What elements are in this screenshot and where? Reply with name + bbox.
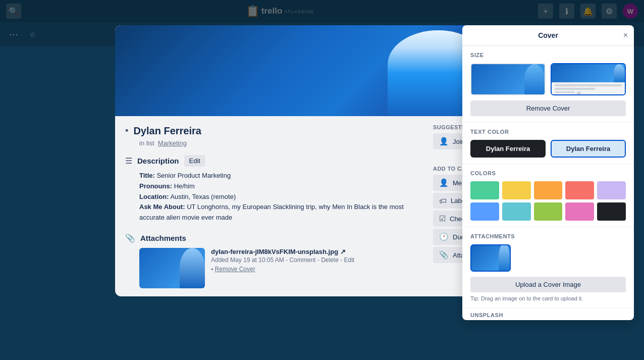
preview-dot xyxy=(577,91,581,95)
card-list-ref: in list Marketing xyxy=(139,139,425,147)
join-icon: 👤 xyxy=(439,137,449,146)
text-color-dark-option[interactable]: Dylan Ferreira xyxy=(470,140,546,158)
color-swatch-2[interactable] xyxy=(534,181,563,199)
preview-line-3 xyxy=(555,84,622,86)
preview-line-4 xyxy=(555,88,595,90)
attachment-thumbnail[interactable] xyxy=(139,248,205,288)
cover-close-button[interactable]: × xyxy=(623,31,628,40)
edit-button[interactable]: Edit xyxy=(184,155,205,167)
description-icon: ☰ xyxy=(125,156,132,166)
color-swatch-1[interactable] xyxy=(502,181,531,199)
attachment-item: dylan-ferreira-jIM8kVsFKIM-unsplash.jpg … xyxy=(139,248,425,288)
color-swatch-8[interactable] xyxy=(565,202,594,221)
pronouns-value: He/him xyxy=(174,182,195,190)
attachments-header: 📎 Attachments xyxy=(125,233,425,243)
cover-panel-header: Cover × xyxy=(462,25,634,46)
cover-attachment-thumbs xyxy=(470,244,626,272)
external-link-icon: ↗ xyxy=(340,248,346,255)
tip-text: Tip: Drag an image on to the card to upl… xyxy=(470,295,626,301)
cover-attachments-label: ATTACHMENTS xyxy=(470,233,626,239)
text-color-label: TEXT COLOR xyxy=(470,129,626,135)
color-swatch-9[interactable] xyxy=(597,202,626,221)
attachment-btn-icon: 📎 xyxy=(439,250,449,260)
text-color-options: Dylan Ferreira Dylan Ferreira xyxy=(470,140,626,158)
checklist-icon: ☑ xyxy=(439,214,446,223)
size-section: SIZE xyxy=(462,46,634,123)
attachments-section: 📎 Attachments dylan-ferreira-jIM8kVsFKIM… xyxy=(125,233,425,288)
size-header-person xyxy=(614,64,625,82)
upload-cover-button[interactable]: Upload a Cover Image xyxy=(470,277,626,292)
size-full-preview xyxy=(471,64,545,94)
card-main: ▪ Dylan Ferreira in list Marketing ☰ Des… xyxy=(125,124,425,288)
description-content: Title: Senior Product Marketing Pronouns… xyxy=(139,171,425,223)
colors-section: COLORS xyxy=(462,164,634,227)
title-label: Title: xyxy=(139,172,155,179)
size-header-preview xyxy=(552,64,625,82)
attachment-info: dylan-ferreira-jIM8kVsFKIM-unsplash.jpg … xyxy=(211,248,425,273)
attachment-actions: ▪ Remove Cover xyxy=(211,266,425,273)
text-color-light-option[interactable]: Dylan Ferreira xyxy=(551,140,626,158)
cover-panel-title: Cover xyxy=(538,31,558,39)
card-title: Dylan Ferreira xyxy=(133,124,201,137)
description-title: Description xyxy=(137,157,179,165)
location-value: Austin, Texas (remote) xyxy=(170,193,236,200)
description-header: ☰ Description Edit xyxy=(125,155,425,167)
attachment-filename: dylan-ferreira-jIM8kVsFKIM-unsplash.jpg … xyxy=(211,248,425,255)
due-date-icon: 🕐 xyxy=(439,232,449,241)
edit-link[interactable]: Edit xyxy=(344,256,354,264)
remove-cover-icon: ▪ xyxy=(211,266,213,273)
color-swatch-4[interactable] xyxy=(597,181,626,199)
size-header-option[interactable] xyxy=(551,63,626,95)
comment-link[interactable]: Comment xyxy=(289,256,315,264)
color-swatch-3[interactable] xyxy=(565,181,594,199)
remove-cover-button[interactable]: Remove Cover xyxy=(470,100,626,116)
cover-attachment-thumb[interactable] xyxy=(470,244,511,272)
attachments-title: Attachments xyxy=(140,234,186,242)
unsplash-label: UNSPLASH xyxy=(462,308,634,320)
preview-line-5 xyxy=(555,91,575,93)
cover-panel: Cover × SIZE xyxy=(462,25,634,320)
location-label: Location: xyxy=(139,193,169,200)
members-icon: 👤 xyxy=(439,178,449,187)
in-list-text: in list xyxy=(139,139,154,147)
cover-attachments-section: ATTACHMENTS Upload a Cover Image Tip: Dr… xyxy=(462,227,634,308)
list-name-link[interactable]: Marketing xyxy=(158,139,187,147)
colors-label: COLORS xyxy=(470,170,626,176)
card-title-row: ▪ Dylan Ferreira xyxy=(125,124,425,137)
card-title-icon: ▪ xyxy=(125,125,128,136)
text-color-section: TEXT COLOR Dylan Ferreira Dylan Ferreira xyxy=(462,123,634,164)
size-options xyxy=(470,63,626,95)
ask-label: Ask Me About: xyxy=(139,203,185,211)
size-preview-person xyxy=(524,64,545,94)
color-swatch-7[interactable] xyxy=(534,202,563,221)
colors-grid xyxy=(470,181,626,221)
color-swatch-0[interactable] xyxy=(470,181,499,199)
attachment-icon: 📎 xyxy=(125,233,135,243)
color-swatch-5[interactable] xyxy=(470,202,499,221)
labels-icon: 🏷 xyxy=(439,196,447,205)
thumb-person xyxy=(499,244,510,271)
size-label: SIZE xyxy=(470,52,626,58)
pronouns-label: Pronouns: xyxy=(139,182,172,190)
size-full-option[interactable] xyxy=(470,63,546,95)
color-swatch-6[interactable] xyxy=(502,202,531,221)
title-value: Senior Product Marketing xyxy=(156,172,231,179)
delete-link[interactable]: Delete xyxy=(321,256,339,264)
remove-cover-link[interactable]: Remove Cover xyxy=(215,266,255,273)
attachment-meta: Added May 19 at 10:05 AM - Comment - Del… xyxy=(211,256,425,264)
